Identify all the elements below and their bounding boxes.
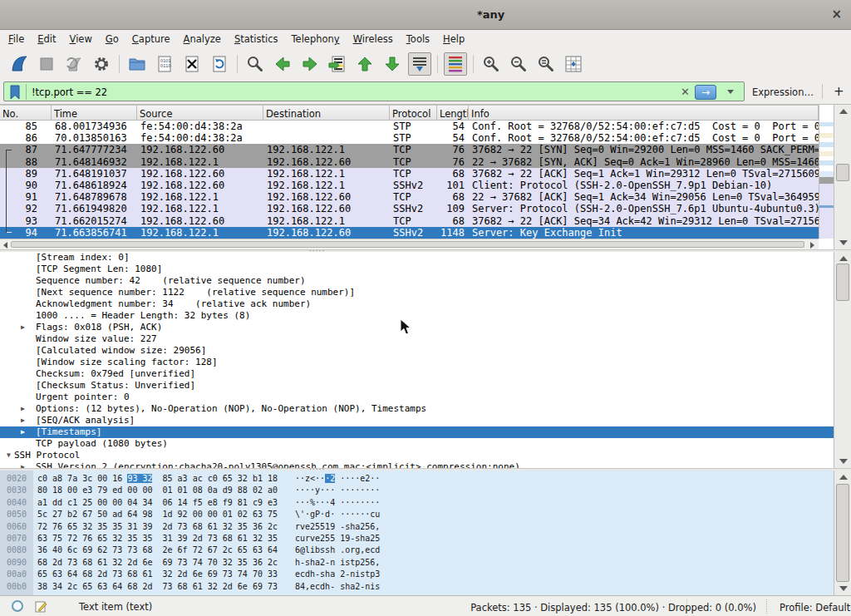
packet-row-92[interactable]: 9271.661949820192.168.122.1192.168.122.6…	[0, 203, 834, 214]
save-file-button[interactable]: 01010110	[153, 52, 176, 76]
menu-help[interactable]: Help	[436, 31, 471, 47]
menu-edit[interactable]: Edit	[31, 31, 62, 47]
detail-row[interactable]: ▶Options: (12 bytes), No-Operation (NOP)…	[0, 403, 834, 415]
intelligent-scrollbar-minimap[interactable]	[819, 105, 834, 239]
detail-row[interactable]: TCP payload (1080 bytes)	[0, 438, 834, 450]
zoom-out-button[interactable]	[507, 52, 530, 76]
stop-capture-button[interactable]	[35, 52, 58, 76]
detail-row[interactable]: Window size value: 227	[0, 333, 834, 345]
reload-file-button[interactable]	[208, 52, 231, 76]
hex-row-0070[interactable]: 007063 75 72 76 65 32 35 35 31 39 2d 73 …	[0, 533, 834, 545]
packet-row-86[interactable]: 8670.013850163fe:54:00:d4:38:2aSTP54Conf…	[0, 132, 834, 144]
bookmark-icon[interactable]	[8, 85, 22, 100]
column-header-source[interactable]: Source	[137, 106, 263, 120]
column-header-info[interactable]: Info	[469, 106, 819, 120]
detail-row[interactable]: ▼SSH Protocol	[0, 450, 834, 461]
hex-row-0060[interactable]: 006072 76 65 32 35 35 31 39 2d 73 68 61 …	[0, 521, 834, 533]
packet-list-hscrollbar[interactable]	[0, 239, 819, 249]
capture-options-button[interactable]	[90, 52, 113, 76]
expert-info-icon[interactable]	[12, 600, 23, 612]
packet-row-91[interactable]: 9171.648789678192.168.122.1192.168.122.6…	[0, 191, 834, 203]
column-header-no[interactable]: No.	[0, 106, 52, 120]
close-file-button[interactable]	[180, 52, 204, 76]
column-header-time[interactable]: Time	[52, 106, 137, 120]
menu-view[interactable]: View	[63, 31, 99, 47]
go-forward-button[interactable]	[298, 52, 322, 76]
filter-dropdown-icon[interactable]	[727, 90, 734, 94]
open-file-button[interactable]	[125, 52, 149, 76]
zoom-reset-button[interactable]	[534, 52, 558, 76]
expand-icon[interactable]: ▶	[21, 403, 25, 415]
detail-row[interactable]: [Calculated window size: 29056]	[0, 345, 834, 357]
zoom-in-button[interactable]	[480, 52, 503, 76]
hex-row-0020[interactable]: 0020c0 a8 7a 3c 00 16 93 32 85 a3 ac c0 …	[0, 473, 834, 485]
collapse-icon[interactable]: ▼	[7, 450, 11, 461]
detail-row[interactable]: Checksum: 0x79ed [unverified]	[0, 368, 834, 380]
packet-list-vscrollbar[interactable]	[834, 105, 851, 249]
packet-row-85[interactable]: 8568.001734936fe:54:00:d4:38:2aSTP54Conf…	[0, 121, 834, 132]
packet-row-87[interactable]: 8771.647777234192.168.122.60192.168.122.…	[0, 144, 834, 155]
hex-row-0030[interactable]: 003080 18 00 e3 79 ed 00 00 01 01 08 0a …	[0, 485, 834, 496]
menu-wireless[interactable]: Wireless	[347, 31, 400, 47]
detail-row[interactable]: ▶SSH Version 2 (encryption:chacha20-poly…	[0, 461, 834, 468]
menu-tools[interactable]: Tools	[400, 31, 436, 47]
detail-row[interactable]: [Window size scaling factor: 128]	[0, 357, 834, 368]
menu-capture[interactable]: Capture	[125, 31, 177, 47]
resize-columns-button[interactable]	[562, 52, 585, 76]
colorize-button[interactable]	[444, 52, 467, 76]
capture-comment-icon[interactable]	[35, 600, 47, 613]
expression-button[interactable]: Expression…	[752, 86, 814, 98]
packet-row-93[interactable]: 9371.662015274192.168.122.60192.168.122.…	[0, 215, 834, 227]
detail-row[interactable]: 1000 .... = Header Length: 32 bytes (8)	[0, 310, 834, 322]
add-filter-button[interactable]: +	[834, 84, 844, 99]
packet-list-header[interactable]: No.TimeSourceDestinationProtocolLengthIn…	[0, 105, 834, 121]
details-vscrollbar[interactable]	[834, 252, 851, 468]
hex-row-00a0[interactable]: 00a065 63 64 68 2d 73 68 61 32 2d 6e 69 …	[0, 569, 834, 580]
apply-filter-icon[interactable]: →	[695, 85, 716, 100]
menu-analyze[interactable]: Analyze	[177, 31, 228, 47]
detail-row[interactable]: ▶Flags: 0x018 (PSH, ACK)	[0, 322, 834, 333]
hex-row-0050[interactable]: 00505c 27 b2 67 50 ad 64 98 1d 92 00 00 …	[0, 509, 834, 520]
expand-icon[interactable]: ▶	[21, 461, 25, 468]
detail-row[interactable]: [TCP Segment Len: 1080]	[0, 264, 834, 275]
detail-row[interactable]: Urgent pointer: 0	[0, 392, 834, 403]
detail-row[interactable]: [Stream index: 0]	[0, 252, 834, 264]
menu-file[interactable]: File	[2, 31, 31, 47]
go-first-button[interactable]	[353, 52, 376, 76]
detail-row[interactable]: Acknowledgment number: 34 (relative ack …	[0, 298, 834, 310]
hex-dump-pane[interactable]: 0020c0 a8 7a 3c 00 16 93 32 85 a3 ac c0 …	[0, 471, 834, 595]
column-header-protocol[interactable]: Protocol	[390, 106, 437, 120]
restart-capture-button[interactable]	[62, 52, 86, 76]
detail-row[interactable]: Sequence number: 42 (relative sequence n…	[0, 275, 834, 287]
expand-icon[interactable]: ▶	[21, 426, 25, 438]
menu-go[interactable]: Go	[99, 31, 125, 47]
detail-row[interactable]: ▶[SEQ/ACK analysis]	[0, 415, 834, 426]
hex-row-0080[interactable]: 008036 40 6c 69 62 73 73 68 2e 6f 72 67 …	[0, 545, 834, 556]
menu-telephony[interactable]: Telephony	[284, 31, 346, 47]
go-to-packet-button[interactable]	[326, 52, 349, 76]
display-filter-input[interactable]: !tcp.port == 22 ✕ →	[3, 81, 745, 101]
hex-row-0040[interactable]: 0040a1 dd c1 25 00 00 04 34 06 14 f5 e8 …	[0, 497, 834, 509]
packet-row-90[interactable]: 9071.648618924192.168.122.60192.168.122.…	[0, 180, 834, 191]
hex-row-0090[interactable]: 009068 2d 73 68 61 32 2d 6e 69 73 74 70 …	[0, 557, 834, 569]
packet-row-94[interactable]: 9471.663856741192.168.122.1192.168.122.6…	[0, 227, 834, 239]
detail-row[interactable]: ▶[Timestamps]	[0, 426, 834, 438]
find-packet-button[interactable]	[243, 52, 267, 76]
column-header-destination[interactable]: Destination	[263, 106, 390, 120]
expand-icon[interactable]: ▶	[21, 415, 25, 426]
detail-row[interactable]: [Checksum Status: Unverified]	[0, 380, 834, 392]
profile-text[interactable]: Profile: Default	[780, 602, 850, 614]
go-last-button[interactable]	[381, 52, 404, 76]
close-icon[interactable]: ×	[831, 7, 842, 22]
go-back-button[interactable]	[271, 52, 294, 76]
packet-row-89[interactable]: 8971.648191037192.168.122.60192.168.122.…	[0, 168, 834, 180]
detail-row[interactable]: [Next sequence number: 1122 (relative se…	[0, 287, 834, 298]
start-capture-button[interactable]	[7, 52, 31, 76]
auto-scroll-button[interactable]	[408, 52, 431, 76]
clear-filter-icon[interactable]: ✕	[678, 86, 692, 99]
title-bar[interactable]: *any ×	[0, 0, 851, 30]
packet-row-88[interactable]: 8871.648146932192.168.122.1192.168.122.6…	[0, 156, 834, 168]
expand-icon[interactable]: ▶	[21, 322, 25, 333]
hex-row-00b0[interactable]: 00b038 34 2c 65 63 64 68 2d 73 68 61 32 …	[0, 581, 834, 593]
menu-statistics[interactable]: Statistics	[228, 31, 285, 47]
